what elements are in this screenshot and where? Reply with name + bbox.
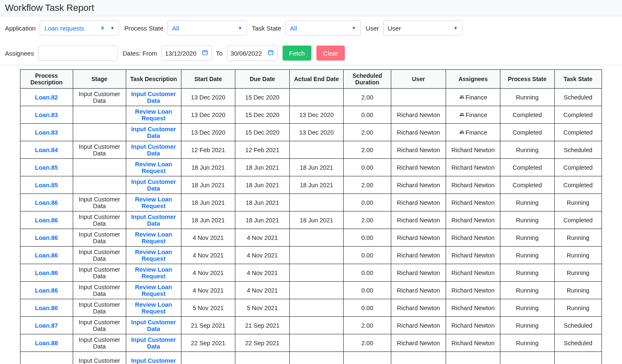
process-link[interactable]: Loan.83 xyxy=(20,124,73,141)
clear-application-icon[interactable]: × xyxy=(101,25,104,31)
task-link[interactable]: Review Loan Request xyxy=(126,247,181,264)
clear-button[interactable]: Clear xyxy=(316,46,345,61)
task-state-cell: Scheduled xyxy=(554,141,602,159)
task-link[interactable]: Input Customer Data xyxy=(126,334,181,352)
actual-end-cell xyxy=(289,299,344,317)
process-link[interactable]: Loan.86 xyxy=(20,194,73,211)
table-row: Loan.87Input Customer DataInput Customer… xyxy=(20,317,602,334)
table-header-cell: Start Date xyxy=(181,70,235,89)
report-table: Process DescriptionStageTask Description… xyxy=(20,69,602,364)
filter-application: Application Loan requests × ▼ xyxy=(5,20,119,36)
duration-cell: 0.00 xyxy=(344,264,391,282)
filter-task-state: Task State All ▼ xyxy=(252,20,361,36)
process-link[interactable]: Loan.83 xyxy=(20,106,73,124)
dates-from-label: Dates: From xyxy=(122,50,157,57)
due-date-cell: 18 Jun 2021 xyxy=(235,176,290,194)
process-link[interactable]: Loan.86 xyxy=(20,247,73,264)
duration-cell: 2.00 xyxy=(344,317,391,334)
table-row: Loan.86Input Customer DataReview Loan Re… xyxy=(20,299,602,317)
process-link[interactable]: Loan.85 xyxy=(20,176,73,194)
process-link[interactable]: Loan.86 xyxy=(20,229,73,247)
actual-end-cell: 13 Dec 2020 xyxy=(289,106,344,124)
process-link[interactable]: Loan.85 xyxy=(20,159,73,176)
actual-end-cell xyxy=(289,282,344,299)
table-row: Loan.84Input Customer DataInput Customer… xyxy=(20,141,602,159)
page-title: Workflow Task Report xyxy=(5,3,617,13)
task-link[interactable]: Input Customer xyxy=(126,352,181,364)
process-state-cell: Running xyxy=(500,141,554,159)
stage-cell: Input Customer Data xyxy=(73,141,126,159)
actual-end-cell: 18 Jun 2021 xyxy=(289,211,344,229)
process-link[interactable]: Loan.86 xyxy=(20,299,73,317)
task-link[interactable]: Input Customer Data xyxy=(126,211,181,229)
task-link[interactable]: Review Loan Request xyxy=(126,194,181,211)
process-link xyxy=(20,352,73,364)
actual-end-cell xyxy=(289,264,344,282)
application-select[interactable]: Loan requests × ▼ xyxy=(40,20,119,36)
assignees-input[interactable] xyxy=(38,46,117,61)
chevron-down-icon: ▼ xyxy=(110,25,115,31)
actual-end-cell xyxy=(289,141,344,159)
process-link[interactable]: Loan.86 xyxy=(20,282,73,299)
table-row: Loan.86Input Customer DataReview Loan Re… xyxy=(20,229,602,247)
assignees-cell: Richard Newton xyxy=(446,141,500,159)
task-link[interactable]: Review Loan Request xyxy=(126,282,181,299)
user-cell xyxy=(391,352,446,364)
filter-dates: Dates: From 13/12/2020 To 30/06/2022 xyxy=(122,46,277,61)
process-link[interactable]: Loan.86 xyxy=(20,264,73,282)
process-link[interactable]: Loan.86 xyxy=(20,211,73,229)
process-state-cell: Running xyxy=(500,264,554,282)
duration-cell xyxy=(344,352,391,364)
duration-cell: 2.00 xyxy=(344,89,391,106)
table-header-cell: Process Description xyxy=(20,70,73,89)
actual-end-cell: 13 Dec 2020 xyxy=(289,124,344,141)
table-header-cell: Actual End Date xyxy=(289,70,344,89)
table-row: Loan.86Input Customer DataReview Loan Re… xyxy=(20,264,602,282)
process-link[interactable]: Loan.82 xyxy=(20,89,73,106)
process-link[interactable]: Loan.84 xyxy=(20,141,73,159)
assignees-cell xyxy=(446,352,500,364)
task-link[interactable]: Review Loan Request xyxy=(126,229,181,247)
date-from-input[interactable]: 13/12/2020 xyxy=(161,46,212,61)
task-link[interactable]: Input Customer Data xyxy=(126,141,181,159)
process-link[interactable]: Loan.87 xyxy=(20,317,73,334)
assignees-cell: Richard Newton xyxy=(446,211,500,229)
process-state-cell: Running xyxy=(500,247,554,264)
task-link[interactable]: Review Loan Request xyxy=(126,159,181,176)
due-date-cell: 18 Jun 2021 xyxy=(235,211,290,229)
assignees-cell: Finance xyxy=(446,106,500,124)
start-date-cell: 18 Jun 2021 xyxy=(181,159,235,176)
chevron-down-icon: ▼ xyxy=(238,25,242,31)
task-link[interactable]: Input Customer Data xyxy=(126,89,181,106)
table-row: Input CustomerInput Customer xyxy=(20,352,602,364)
date-to-input[interactable]: 30/06/2022 xyxy=(227,46,278,61)
fetch-button[interactable]: Fetch xyxy=(283,46,312,61)
actual-end-cell xyxy=(289,247,344,264)
due-date-cell: 4 Nov 2021 xyxy=(235,229,290,247)
process-link[interactable]: Loan.88 xyxy=(20,334,73,352)
start-date-cell: 13 Dec 2020 xyxy=(181,124,235,141)
task-state-select[interactable]: All ▼ xyxy=(286,20,361,36)
assignees-cell: Richard Newton xyxy=(446,247,500,264)
task-link[interactable]: Review Loan Request xyxy=(126,264,181,282)
user-cell: Richard Newton xyxy=(391,229,446,247)
task-link[interactable]: Review Loan Request xyxy=(126,106,181,124)
user-select[interactable]: User ▼ xyxy=(383,20,463,36)
due-date-cell: 4 Nov 2021 xyxy=(235,282,290,299)
process-state-select[interactable]: All ▼ xyxy=(168,20,247,36)
actual-end-cell xyxy=(289,352,344,364)
task-link[interactable]: Input Customer Data xyxy=(126,176,181,194)
stage-cell xyxy=(73,124,126,141)
task-link[interactable]: Input Customer Data xyxy=(126,317,181,334)
actual-end-cell xyxy=(289,334,344,352)
process-state-cell: Completed xyxy=(500,176,554,194)
task-link[interactable]: Input Customer Data xyxy=(126,124,181,141)
start-date-cell: 12 Feb 2021 xyxy=(181,141,235,159)
duration-cell: 0.00 xyxy=(344,159,391,176)
task-link[interactable]: Review Loan Request xyxy=(126,299,181,317)
svg-rect-0 xyxy=(203,51,207,55)
process-state-cell: Completed xyxy=(500,124,554,141)
task-state-cell: Completed xyxy=(554,159,602,176)
due-date-cell: 22 Sep 2021 xyxy=(235,334,290,352)
calendar-icon xyxy=(268,49,274,57)
